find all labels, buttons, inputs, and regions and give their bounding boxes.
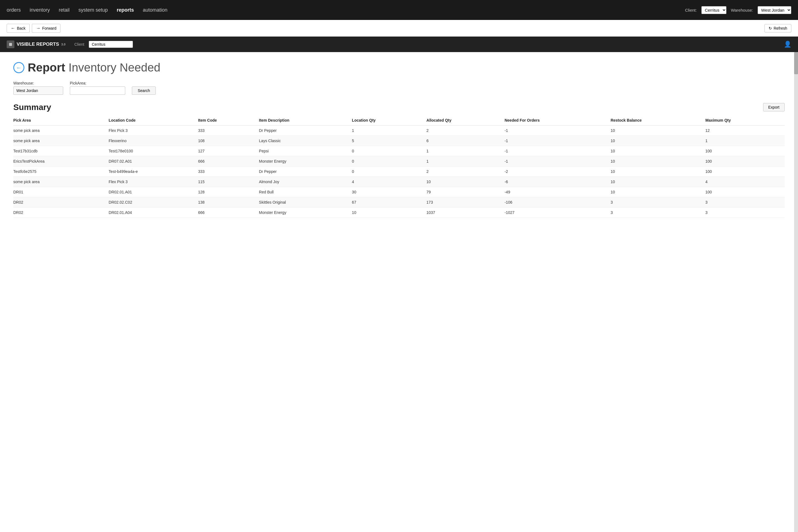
cell-location-code: DR07.02.A01 <box>109 156 198 167</box>
cell-pick-area: some pick area <box>13 136 109 146</box>
report-back-button[interactable]: ← <box>13 62 24 73</box>
cell-pick-area: DR02 <box>13 208 109 218</box>
cell-location-code: Test-b499ea4a-e <box>109 167 198 177</box>
cell-location-code: DR02.01.A01 <box>109 187 198 197</box>
nav-inventory[interactable]: inventory <box>30 7 50 13</box>
logo-version: 3.0 <box>61 43 65 46</box>
cell-restock-balance: 3 <box>611 197 705 208</box>
user-icon[interactable]: 👤 <box>784 41 791 48</box>
toolbar-left: ← Back → Forward <box>7 24 60 33</box>
cell-needed-for-orders[interactable]: -1027 <box>505 208 611 218</box>
table-row: some pick areaFlex Pick 3115Almond Joy41… <box>13 177 785 187</box>
forward-text: Forward <box>42 26 56 31</box>
nav-automation[interactable]: automation <box>143 7 167 13</box>
nav-orders[interactable]: orders <box>7 7 21 13</box>
cell-pick-area: EricsTestPickArea <box>13 156 109 167</box>
cell-needed-for-orders[interactable]: -1 <box>505 126 611 136</box>
report-title-sub: Inventory Needed <box>69 61 160 74</box>
table-row: Test17b31cdbTest178e0100127Pepsi01-11010… <box>13 146 785 156</box>
cell-item-description: Pepsi <box>259 146 352 156</box>
cell-item-code: 666 <box>198 156 259 167</box>
cell-needed-for-orders[interactable]: -49 <box>505 187 611 197</box>
col-allocated-qty: Allocated Qty <box>426 115 505 126</box>
cell-pick-area: DR02 <box>13 197 109 208</box>
forward-button[interactable]: → Forward <box>32 24 60 33</box>
top-nav-right: Client: Cerritus Warehouse: West Jordan <box>685 6 791 14</box>
warehouse-filter-group: Warehouse: <box>13 81 63 95</box>
cell-maximum-qty: 3 <box>705 197 785 208</box>
table-row: Testfc6e2575Test-b499ea4a-e333Dr Pepper0… <box>13 167 785 177</box>
client-select[interactable]: Cerritus <box>701 6 726 14</box>
toolbar: ← Back → Forward ↻ Refresh <box>0 20 798 37</box>
export-button[interactable]: Export <box>763 103 785 111</box>
table-head: Pick Area Location Code Item Code Item D… <box>13 115 785 126</box>
cell-allocated-qty: 1 <box>426 146 505 156</box>
warehouse-select[interactable]: West Jordan <box>758 6 791 14</box>
col-maximum-qty: Maximum Qty <box>705 115 785 126</box>
cell-location-code: DR02.01.A04 <box>109 208 198 218</box>
warehouse-filter-input[interactable] <box>13 87 63 95</box>
cell-needed-for-orders[interactable]: -1 <box>505 136 611 146</box>
cell-allocated-qty: 10 <box>426 177 505 187</box>
logo-text: VISIBLE REPORTS <box>17 41 59 47</box>
scrollbar-track[interactable] <box>794 52 798 532</box>
cell-item-description: Monster Energy <box>259 156 352 167</box>
table-row: DR02DR02.02.C02138Skittles Original67173… <box>13 197 785 208</box>
back-arrow-icon: ← <box>11 26 15 31</box>
cell-restock-balance: 10 <box>611 187 705 197</box>
scrollbar-thumb[interactable] <box>794 52 798 74</box>
cell-location-code: DR02.02.C02 <box>109 197 198 208</box>
data-table: Pick Area Location Code Item Code Item D… <box>13 115 785 218</box>
cell-needed-for-orders[interactable]: -2 <box>505 167 611 177</box>
cell-needed-for-orders[interactable]: -1 <box>505 156 611 167</box>
cell-item-code: 333 <box>198 126 259 136</box>
cell-item-description: Almond Joy <box>259 177 352 187</box>
top-nav: orders inventory retail system setup rep… <box>0 0 798 20</box>
back-button[interactable]: ← Back <box>7 24 30 33</box>
col-location-code: Location Code <box>109 115 198 126</box>
table-header-row: Pick Area Location Code Item Code Item D… <box>13 115 785 126</box>
client-label: Client: <box>685 8 697 13</box>
cell-location-qty: 0 <box>352 146 426 156</box>
nav-system-setup[interactable]: system setup <box>78 7 108 13</box>
cell-location-qty: 5 <box>352 136 426 146</box>
cell-allocated-qty: 1 <box>426 156 505 167</box>
cell-maximum-qty: 4 <box>705 177 785 187</box>
cell-item-description: Monster Energy <box>259 208 352 218</box>
nav-retail[interactable]: retail <box>59 7 70 13</box>
back-text: Back <box>17 26 25 31</box>
cell-needed-for-orders[interactable]: -6 <box>505 177 611 187</box>
cell-item-code: 666 <box>198 208 259 218</box>
logo-icon: ⊞ <box>7 40 14 48</box>
app-client-input[interactable] <box>89 41 133 48</box>
cell-item-description: Skittles Original <box>259 197 352 208</box>
cell-location-qty: 0 <box>352 167 426 177</box>
pickarea-filter-label: PickArea: <box>70 81 125 86</box>
cell-needed-for-orders[interactable]: -1 <box>505 146 611 156</box>
cell-item-description: Dr Pepper <box>259 167 352 177</box>
cell-pick-area: DR01 <box>13 187 109 197</box>
cell-needed-for-orders[interactable]: -106 <box>505 197 611 208</box>
cell-maximum-qty: 100 <box>705 156 785 167</box>
cell-location-code: Test178e0100 <box>109 146 198 156</box>
cell-item-description: Red Bull <box>259 187 352 197</box>
col-pick-area: Pick Area <box>13 115 109 126</box>
col-restock-balance: Restock Balance <box>611 115 705 126</box>
nav-reports[interactable]: reports <box>117 7 134 13</box>
cell-restock-balance: 10 <box>611 156 705 167</box>
refresh-icon: ↻ <box>768 26 772 31</box>
table-body: some pick areaFlex Pick 3333Dr Pepper12-… <box>13 126 785 218</box>
app-header: ⊞ VISIBLE REPORTS 3.0 Client 👤 <box>0 37 798 52</box>
search-button[interactable]: Search <box>132 87 156 95</box>
refresh-text: Refresh <box>774 26 787 31</box>
cell-pick-area: Testfc6e2575 <box>13 167 109 177</box>
cell-pick-area: Test17b31cdb <box>13 146 109 156</box>
cell-pick-area: some pick area <box>13 177 109 187</box>
cell-restock-balance: 10 <box>611 126 705 136</box>
refresh-button[interactable]: ↻ Refresh <box>764 24 791 33</box>
cell-location-qty: 0 <box>352 156 426 167</box>
cell-item-code: 138 <box>198 197 259 208</box>
cell-item-code: 108 <box>198 136 259 146</box>
cell-location-qty: 10 <box>352 208 426 218</box>
pickarea-filter-input[interactable] <box>70 87 125 95</box>
